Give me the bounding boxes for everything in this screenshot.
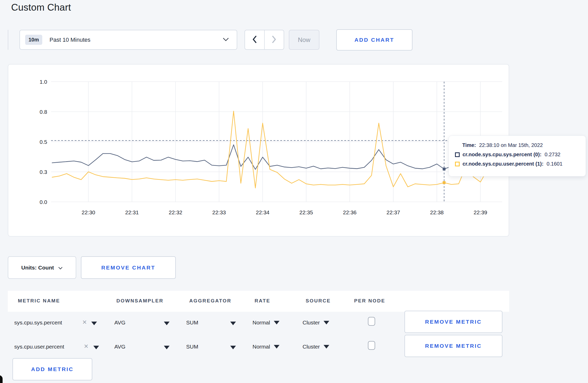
close-icon[interactable]: ✕: [84, 343, 88, 350]
source-select[interactable]: Cluster: [303, 344, 329, 350]
x-axis-label: 22:31: [125, 209, 139, 215]
source-select-label: Cluster: [303, 320, 320, 325]
tooltip-sys-label: cr.node.sys.cpu.sys.percent (0):: [463, 152, 542, 158]
remove-metric-button-user[interactable]: REMOVE METRIC: [404, 335, 502, 357]
caret-down-icon: [324, 321, 329, 324]
chevron-right-icon: [272, 36, 276, 44]
x-axis-label: 22:32: [169, 209, 183, 215]
units-select-label: Units: Count: [21, 265, 54, 271]
close-icon[interactable]: ✕: [82, 319, 87, 326]
units-select[interactable]: Units: Count: [8, 256, 76, 279]
now-button[interactable]: Now: [289, 30, 319, 50]
header-downsampler: DOWNSAMPLER: [116, 298, 164, 304]
y-axis-label: 0.5: [40, 139, 47, 145]
y-axis-label: 0.3: [40, 169, 47, 175]
tooltip-user-value: 0.1601: [547, 161, 562, 167]
header-aggregator: AGGREGATOR: [189, 298, 232, 304]
per-node-checkbox[interactable]: [368, 341, 375, 350]
time-nav-group: [244, 30, 284, 50]
rate-select-label: Normal: [253, 344, 270, 350]
downsampler-select[interactable]: AVG: [114, 344, 125, 350]
remove-chart-label: REMOVE CHART: [101, 265, 156, 271]
aggregator-select[interactable]: SUM: [186, 344, 198, 350]
crosshair-dot: [443, 168, 446, 171]
x-axis-label: 22:33: [212, 209, 226, 215]
x-axis-label: 22:37: [387, 209, 400, 215]
chevron-left-icon: [253, 36, 257, 44]
add-chart-label: ADD CHART: [354, 37, 394, 43]
page-title: Custom Chart: [11, 2, 71, 13]
y-axis-label: 0.0: [40, 199, 47, 205]
remove-metric-label: REMOVE METRIC: [425, 343, 482, 349]
chevron-down-icon: [58, 265, 63, 271]
chart-tooltip: Time: 22:38:10 on Mar 15th, 2022 cr.node…: [449, 136, 586, 176]
source-select-label: Cluster: [303, 344, 320, 350]
x-axis-label: 22:36: [343, 209, 357, 215]
tooltip-sys-value: 0.2732: [545, 152, 561, 158]
now-button-label: Now: [298, 36, 310, 44]
x-axis-label: 22:39: [474, 209, 487, 215]
caret-down-icon[interactable]: [164, 346, 170, 349]
source-select[interactable]: Cluster: [303, 320, 329, 326]
caret-down-icon[interactable]: [93, 346, 99, 349]
downsampler-select[interactable]: AVG: [114, 320, 125, 326]
series-line-1: [52, 111, 488, 188]
sys-series-legend-square-icon: [455, 152, 460, 157]
x-axis-label: 22:38: [430, 209, 444, 215]
header-rate: RATE: [255, 298, 270, 304]
caret-down-icon[interactable]: [91, 322, 97, 325]
crosshair-dot: [443, 181, 446, 184]
time-range-badge: 10m: [25, 35, 42, 45]
remove-metric-button-sys[interactable]: REMOVE METRIC: [404, 311, 502, 333]
x-axis-label: 22:35: [299, 209, 313, 215]
time-prev-button[interactable]: [245, 30, 265, 49]
custom-chart-page: Custom Chart 10m Past 10 Minutes Now ADD…: [0, 0, 588, 383]
user-series-legend-square-icon: [455, 162, 460, 166]
y-axis-label: 1.0: [40, 79, 47, 85]
header-metric-name: METRIC NAME: [18, 298, 60, 304]
tooltip-time-label: Time:: [462, 142, 476, 148]
time-range-select[interactable]: 10m Past 10 Minutes: [19, 30, 237, 50]
series-line-0: [52, 145, 488, 169]
tooltip-user-label: cr.node.sys.cpu.user.percent (1):: [463, 161, 543, 167]
remove-chart-button[interactable]: REMOVE CHART: [81, 256, 176, 279]
time-next-button[interactable]: [265, 30, 284, 49]
toolbar-left-divider: [8, 30, 8, 50]
time-range-label: Past 10 Minutes: [50, 37, 90, 43]
metric-name-select[interactable]: sys.cpu.user.percent: [14, 344, 64, 350]
cutoff-corner-widget: [0, 375, 3, 383]
metrics-table-header: METRIC NAME DOWNSAMPLER AGGREGATOR RATE …: [8, 291, 509, 312]
caret-down-icon: [274, 321, 279, 324]
caret-down-icon[interactable]: [164, 322, 170, 325]
remove-metric-label: REMOVE METRIC: [425, 319, 482, 325]
caret-down-icon[interactable]: [230, 322, 236, 325]
metric-name-select[interactable]: sys.cpu.sys.percent: [14, 320, 62, 326]
chart-canvas[interactable]: 0.00.30.50.81.022:3022:3122:3222:3322:34…: [8, 65, 509, 236]
caret-down-icon: [274, 345, 279, 349]
caret-down-icon: [324, 345, 329, 349]
rate-select[interactable]: Normal: [253, 344, 279, 350]
rate-select-label: Normal: [253, 320, 270, 325]
chevron-down-icon: [223, 38, 229, 42]
add-metric-label: ADD METRIC: [31, 366, 74, 372]
header-per-node: PER NODE: [354, 298, 385, 304]
x-axis-label: 22:30: [82, 209, 95, 215]
y-axis-label: 0.8: [40, 109, 47, 115]
tooltip-time-value: 22:38:10 on Mar 15th, 2022: [479, 142, 543, 148]
add-chart-button[interactable]: ADD CHART: [336, 29, 412, 51]
aggregator-select[interactable]: SUM: [186, 320, 198, 326]
header-source: SOURCE: [306, 298, 331, 304]
chart-card: 0.00.30.50.81.022:3022:3122:3222:3322:34…: [8, 64, 509, 237]
rate-select[interactable]: Normal: [253, 320, 279, 326]
per-node-checkbox[interactable]: [368, 317, 375, 326]
x-axis-label: 22:34: [256, 209, 270, 215]
caret-down-icon[interactable]: [230, 346, 236, 349]
add-metric-button[interactable]: ADD METRIC: [12, 358, 92, 380]
